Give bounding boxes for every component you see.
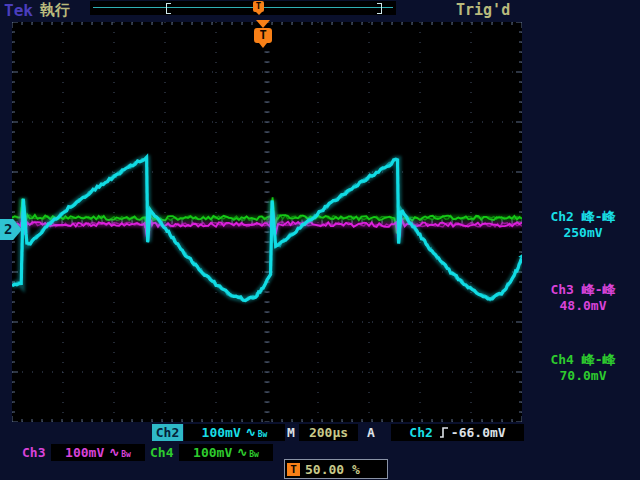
- bandwidth-limit-icon: Bw: [258, 426, 268, 443]
- ch2-channel-badge: Ch2: [152, 424, 183, 441]
- trigger-t-icon: T: [287, 463, 300, 476]
- ch2-scale-readout: 100mV ∿ Bw: [184, 424, 285, 441]
- record-left-bracket-icon: [166, 3, 171, 14]
- timebase-prefix: M: [287, 424, 295, 441]
- trigger-t-icon: T: [254, 28, 272, 43]
- bandwidth-limit-icon: Bw: [249, 446, 259, 463]
- trigger-position-marker: T: [253, 20, 273, 48]
- record-view-line: [93, 7, 393, 8]
- measurement-ch3-peak-to-peak: Ch3 峰-峰 48.0mV: [526, 282, 640, 314]
- trigger-prefix: A: [367, 424, 375, 441]
- ch3-scale-readout: 100mV ∿ Bw: [51, 444, 145, 461]
- measurement-value: 48.0mV: [526, 298, 640, 314]
- measurement-label: Ch2 峰-峰: [526, 209, 640, 225]
- record-right-bracket-icon: [377, 3, 382, 14]
- trigger-source: Ch2: [409, 424, 432, 441]
- ch4-scale-readout: 100mV ∿ Bw: [179, 444, 273, 461]
- record-view-bar: T: [90, 1, 396, 15]
- oscilloscope-screen: Tek 執行 Trig'd T T 2 Ch2 峰-峰 250mV Ch3 峰-…: [0, 0, 640, 480]
- h-position-value: 50.00 %: [305, 461, 360, 478]
- rising-edge-icon: [439, 426, 449, 439]
- ac-coupling-icon: ∿: [246, 424, 256, 441]
- brand-logo: Tek: [4, 1, 33, 20]
- ac-coupling-icon: ∿: [237, 444, 247, 461]
- timebase-readout: 200µs: [299, 424, 358, 441]
- measurement-ch4-peak-to-peak: Ch4 峰-峰 70.0mV: [526, 352, 640, 384]
- horizontal-position-box: T 50.00 %: [284, 459, 388, 479]
- ch2-scale-value: 100mV: [202, 424, 241, 441]
- ch3-channel-label: Ch3: [22, 444, 45, 461]
- ch4-channel-label: Ch4: [150, 444, 173, 461]
- measurement-label: Ch3 峰-峰: [526, 282, 640, 298]
- measurement-ch2-peak-to-peak: Ch2 峰-峰 250mV: [526, 209, 640, 241]
- measurement-value: 250mV: [526, 225, 640, 241]
- record-trigger-flag-icon: T: [253, 1, 264, 12]
- graticule-area: [12, 22, 522, 422]
- trigger-level: -66.0mV: [451, 424, 506, 441]
- measurement-label: Ch4 峰-峰: [526, 352, 640, 368]
- trigger-arrow-icon: [256, 20, 270, 28]
- ac-coupling-icon: ∿: [109, 444, 119, 461]
- bandwidth-limit-icon: Bw: [121, 446, 131, 463]
- trigger-readout: Ch2 -66.0mV: [391, 424, 524, 441]
- waveform-canvas: [12, 22, 522, 422]
- ch4-scale-value: 100mV: [193, 444, 232, 461]
- measurement-value: 70.0mV: [526, 368, 640, 384]
- trigger-status: Trig'd: [456, 1, 510, 19]
- ch3-scale-value: 100mV: [65, 444, 104, 461]
- acquisition-status: 執行: [40, 1, 70, 20]
